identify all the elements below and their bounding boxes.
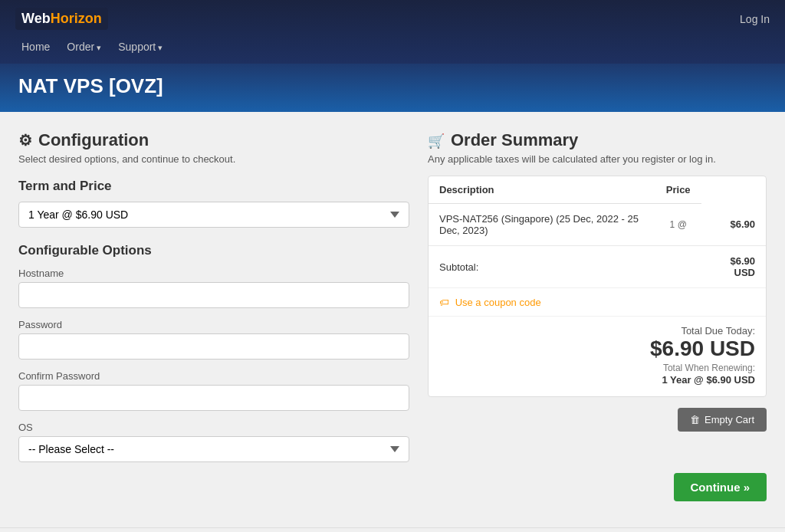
nav-home[interactable]: Home — [15, 38, 56, 56]
order-summary-box: Description Price VPS-NAT256 (Singapore)… — [428, 176, 767, 397]
password-input[interactable] — [18, 333, 409, 360]
term-price-select[interactable]: 1 Year @ $6.90 USD — [18, 202, 409, 228]
password-group: Password — [18, 319, 409, 360]
os-select[interactable]: -- Please Select -- — [18, 436, 409, 462]
os-label: OS — [18, 422, 409, 433]
total-section: Total Due Today: $6.90 USD Total When Re… — [429, 316, 766, 396]
coupon-section: 🏷 Use a coupon code — [429, 287, 766, 316]
nav-support[interactable]: Support — [112, 38, 169, 56]
subtotal-label: Subtotal: — [429, 246, 655, 288]
confirm-password-group: Confirm Password — [18, 370, 409, 411]
row-price: $6.90 — [701, 204, 766, 246]
empty-cart-button[interactable]: Empty Cart — [678, 408, 767, 432]
password-label: Password — [18, 319, 409, 330]
row-qty-at: 1 @ — [655, 204, 701, 246]
login-link[interactable]: Log In — [740, 13, 770, 25]
hostname-label: Hostname — [18, 268, 409, 279]
continue-button[interactable]: Continue » — [674, 473, 767, 501]
logo: WebHorizon — [15, 8, 108, 30]
continue-btn-wrap: Continue » — [0, 473, 785, 520]
term-price-label: Term and Price — [18, 179, 409, 194]
empty-cart-wrap: Empty Cart — [428, 408, 767, 432]
table-row: VPS-NAT256 (Singapore) (25 Dec, 2022 - 2… — [429, 204, 766, 246]
order-panel: Order Summary Any applicable taxes will … — [428, 130, 767, 442]
cart-icon — [428, 130, 445, 150]
row-description: VPS-NAT256 (Singapore) (25 Dec, 2022 - 2… — [429, 204, 655, 246]
subtotal-value: $6.90 USD — [701, 246, 766, 288]
logo-web: Web — [21, 11, 51, 26]
gear-icon — [18, 130, 32, 150]
nav-order[interactable]: Order — [61, 38, 107, 56]
renewing-label: Total When Renewing: — [663, 363, 755, 373]
nav-menu: Home Order Support — [15, 34, 770, 64]
confirm-password-input[interactable] — [18, 385, 409, 411]
order-summary-subtitle: Any applicable taxes will be calculated … — [428, 153, 767, 165]
coupon-link[interactable]: 🏷 Use a coupon code — [439, 297, 541, 308]
page-title: NAT VPS [OVZ] — [18, 74, 767, 98]
logo-horizon: Horizon — [51, 11, 102, 26]
footer: Web Horizon IT Services , 103, Sec-11, P… — [0, 527, 785, 532]
renewing-value: 1 Year @ $6.90 USD — [662, 374, 755, 386]
config-heading: Configuration — [18, 130, 409, 150]
hostname-input[interactable] — [18, 282, 409, 308]
subtotal-row: Subtotal: $6.90 USD — [429, 246, 766, 288]
col-price: Price — [655, 176, 701, 204]
renewing-wrap: Total When Renewing: 1 Year @ $6.90 USD — [439, 361, 755, 386]
config-panel: Configuration Select desired options, an… — [18, 130, 409, 473]
total-due-amount: $6.90 USD — [439, 337, 755, 361]
order-summary-heading: Order Summary — [428, 130, 767, 150]
tag-icon: 🏷 — [439, 297, 449, 308]
order-table: Description Price VPS-NAT256 (Singapore)… — [429, 176, 766, 287]
col-description: Description — [429, 176, 655, 204]
total-due-label: Total Due Today: — [681, 325, 755, 337]
page-title-bar: NAT VPS [OVZ] — [0, 64, 785, 112]
hostname-group: Hostname — [18, 268, 409, 308]
configurable-options-label: Configurable Options — [18, 243, 409, 258]
confirm-password-label: Confirm Password — [18, 370, 409, 382]
os-group: OS -- Please Select -- — [18, 422, 409, 462]
config-subtitle: Select desired options, and continue to … — [18, 153, 409, 165]
trash-icon — [690, 414, 700, 425]
